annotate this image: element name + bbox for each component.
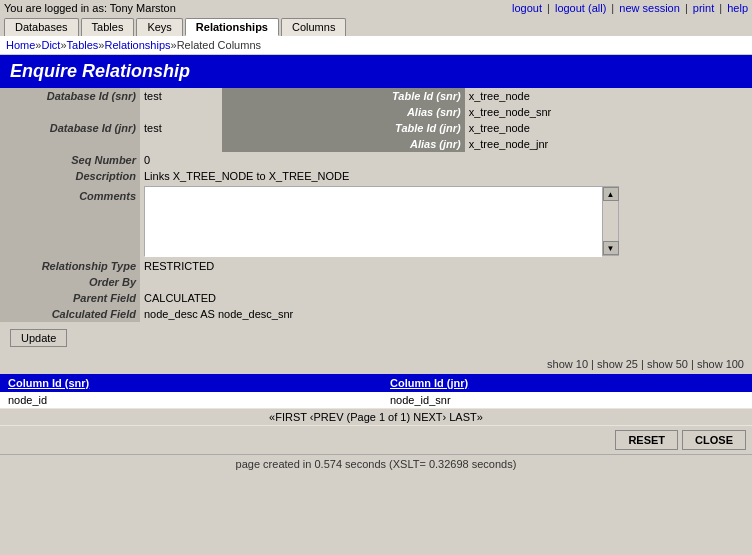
- page-title: Enquire Relationship: [0, 55, 752, 88]
- data-table: Column Id (snr) Column Id (jnr) node_id …: [0, 374, 752, 426]
- breadcrumb-dict[interactable]: Dict: [41, 39, 60, 51]
- print-link[interactable]: print: [693, 2, 714, 14]
- tab-columns[interactable]: Columns: [281, 18, 346, 36]
- table-id-snr-value: x_tree_node: [465, 88, 752, 104]
- logged-in-label: You are logged in as: Tony Marston: [4, 2, 176, 14]
- table-id-jnr-label: Table Id (jnr): [222, 120, 465, 136]
- col-snr-value: node_id: [0, 392, 382, 409]
- tab-relationships[interactable]: Relationships: [185, 18, 279, 36]
- col-jnr-value: node_id_snr: [382, 392, 752, 409]
- calculated-field-value: node_desc AS node_desc_snr: [140, 306, 752, 322]
- alias-snr-label: Alias (snr): [222, 104, 465, 120]
- top-bar-links: logout | logout (all) | new session | pr…: [512, 2, 748, 14]
- logout-link[interactable]: logout: [512, 2, 542, 14]
- logout-all-link[interactable]: logout (all): [555, 2, 606, 14]
- new-session-link[interactable]: new session: [619, 2, 680, 14]
- table-id-jnr-value: x_tree_node: [465, 120, 752, 136]
- alias-jnr-label: Alias (jnr): [222, 136, 465, 152]
- database-id-snr-label: Database Id (snr): [0, 88, 140, 104]
- empty-value-1: [140, 104, 222, 120]
- table-row: node_id node_id_snr: [0, 392, 752, 409]
- tab-bar: Databases Tables Keys Relationships Colu…: [0, 16, 752, 36]
- empty-label-2: [0, 136, 140, 152]
- scroll-down-btn[interactable]: ▼: [603, 241, 619, 255]
- database-id-jnr-label: Database Id (jnr): [0, 120, 140, 136]
- scroll-up-btn[interactable]: ▲: [603, 187, 619, 201]
- order-by-label: Order By: [0, 274, 140, 290]
- alias-jnr-value: x_tree_node_jnr: [465, 136, 752, 152]
- comments-area-cell: ▲ ▼: [140, 184, 752, 258]
- breadcrumb-relationships[interactable]: Relationships: [104, 39, 170, 51]
- form-table: Database Id (snr) test Table Id (snr) x_…: [0, 88, 752, 322]
- breadcrumb: Home»Dict»Tables»Relationships»Related C…: [0, 36, 752, 55]
- table-nav: «FIRST ‹PREV (Page 1 of 1) NEXT› LAST»: [0, 409, 752, 426]
- breadcrumb-current: Related Columns: [177, 39, 261, 51]
- seq-number-label: Seq Number: [0, 152, 140, 168]
- reset-button[interactable]: RESET: [615, 430, 678, 450]
- parent-field-value: CALCULATED: [140, 290, 752, 306]
- col-header-snr[interactable]: Column Id (snr): [0, 374, 382, 392]
- pagination-bar: show 10 | show 25 | show 50 | show 100: [0, 354, 752, 374]
- order-by-value: [140, 274, 752, 290]
- relationship-type-label: Relationship Type: [0, 258, 140, 274]
- empty-label-1: [0, 104, 140, 120]
- comments-input[interactable]: [145, 187, 602, 257]
- breadcrumb-tables[interactable]: Tables: [67, 39, 99, 51]
- footer-text: page created in 0.574 seconds (XSLT= 0.3…: [236, 458, 517, 470]
- table-id-snr-label: Table Id (snr): [222, 88, 465, 104]
- footer-bar: page created in 0.574 seconds (XSLT= 0.3…: [0, 454, 752, 473]
- database-id-jnr-value: test: [140, 120, 222, 136]
- tab-keys[interactable]: Keys: [136, 18, 182, 36]
- help-link[interactable]: help: [727, 2, 748, 14]
- breadcrumb-home[interactable]: Home: [6, 39, 35, 51]
- comments-scrollbar-area: ▲ ▼: [144, 186, 619, 256]
- tab-tables[interactable]: Tables: [81, 18, 135, 36]
- scrollbar-right: ▲ ▼: [602, 187, 618, 255]
- relationship-type-value: RESTRICTED: [140, 258, 752, 274]
- comments-label: Comments: [0, 184, 140, 258]
- database-id-snr-value: test: [140, 88, 222, 104]
- close-button[interactable]: CLOSE: [682, 430, 746, 450]
- parent-field-label: Parent Field: [0, 290, 140, 306]
- col-header-jnr[interactable]: Column Id (jnr): [382, 374, 752, 392]
- empty-value-2: [140, 136, 222, 152]
- calculated-field-label: Calculated Field: [0, 306, 140, 322]
- seq-number-value: 0: [140, 152, 752, 168]
- tab-databases[interactable]: Databases: [4, 18, 79, 36]
- update-button[interactable]: Update: [10, 329, 67, 347]
- bottom-buttons: RESET CLOSE: [0, 426, 752, 454]
- top-bar: You are logged in as: Tony Marston logou…: [0, 0, 752, 16]
- description-value: Links X_TREE_NODE to X_TREE_NODE: [140, 168, 752, 184]
- description-label: Description: [0, 168, 140, 184]
- update-btn-container: Update: [0, 322, 752, 354]
- table-nav-row: «FIRST ‹PREV (Page 1 of 1) NEXT› LAST»: [0, 409, 752, 426]
- alias-snr-value: x_tree_node_snr: [465, 104, 752, 120]
